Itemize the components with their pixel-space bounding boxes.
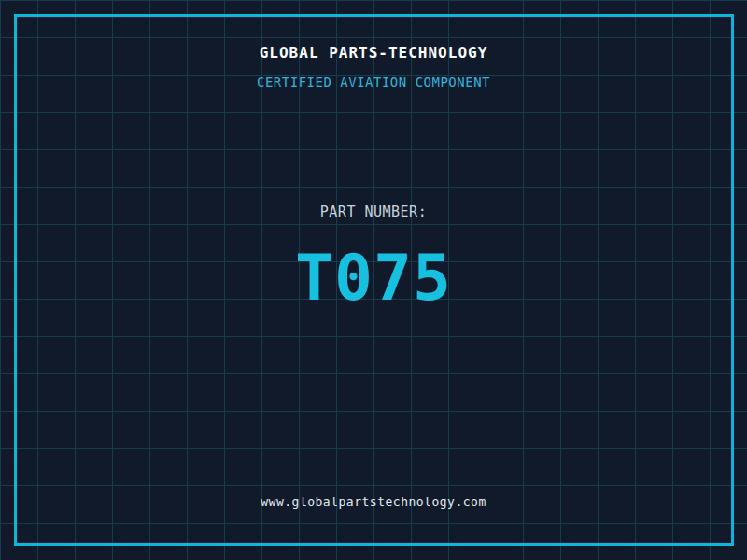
- website-url: www.globalpartstechnology.com: [0, 496, 747, 508]
- company-title: GLOBAL PARTS-TECHNOLOGY: [0, 46, 747, 61]
- certification-subtitle: CERTIFIED AVIATION COMPONENT: [0, 76, 747, 89]
- part-number-label: PART NUMBER:: [0, 205, 747, 219]
- part-number-value: T075: [0, 246, 747, 310]
- blueprint-page: GLOBAL PARTS-TECHNOLOGY CERTIFIED AVIATI…: [0, 0, 747, 560]
